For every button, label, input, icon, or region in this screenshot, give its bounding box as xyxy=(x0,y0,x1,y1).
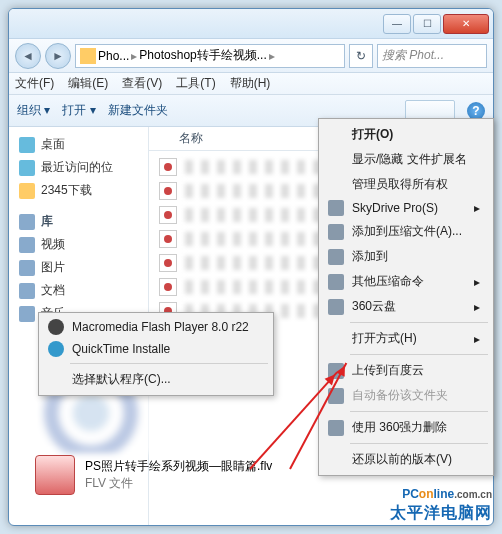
maximize-button[interactable]: ☐ xyxy=(413,14,441,34)
menu-edit[interactable]: 编辑(E) xyxy=(68,75,108,92)
open-button[interactable]: 打开 ▾ xyxy=(62,102,95,119)
cloud-icon xyxy=(328,299,344,315)
menu-tools[interactable]: 工具(T) xyxy=(176,75,215,92)
openwith-flash[interactable]: Macromedia Flash Player 8.0 r22 xyxy=(42,316,270,338)
ctx-admin-own[interactable]: 管理员取得所有权 xyxy=(322,172,490,197)
refresh-button[interactable]: ↻ xyxy=(349,44,373,68)
menu-view[interactable]: 查看(V) xyxy=(122,75,162,92)
navbar: ◄ ► Pho... ▸ Photoshop转手绘视频... ▸ ↻ 搜索 Ph… xyxy=(9,39,493,73)
filename-blurred xyxy=(185,280,325,294)
ctx-add-to[interactable]: 添加到 xyxy=(322,244,490,269)
breadcrumb[interactable]: Pho... ▸ Photoshop转手绘视频... ▸ xyxy=(75,44,345,68)
filename-blurred xyxy=(185,232,325,246)
archive-icon xyxy=(328,274,344,290)
flash-icon xyxy=(48,319,64,335)
library-icon xyxy=(19,214,35,230)
forward-button[interactable]: ► xyxy=(45,43,71,69)
folder-icon xyxy=(19,183,35,199)
ctx-restore-version[interactable]: 还原以前的版本(V) xyxy=(322,447,490,472)
sidebar-label: 库 xyxy=(41,213,53,230)
context-menu: 打开(O) 显示/隐藏 文件扩展名 管理员取得所有权 SkyDrive Pro(… xyxy=(318,118,494,476)
help-icon[interactable]: ? xyxy=(467,102,485,120)
sidebar-item-2345[interactable]: 2345下载 xyxy=(9,179,148,202)
filename-blurred xyxy=(185,256,325,270)
ctx-showhide-ext[interactable]: 显示/隐藏 文件扩展名 xyxy=(322,147,490,172)
video-icon xyxy=(19,237,35,253)
openwith-choose-default[interactable]: 选择默认程序(C)... xyxy=(42,367,270,392)
ctx-add-zip[interactable]: 添加到压缩文件(A)... xyxy=(322,219,490,244)
music-icon xyxy=(19,306,35,322)
sidebar-item-library[interactable]: 库 xyxy=(9,210,148,233)
delete-icon xyxy=(328,420,344,436)
sidebar-item-documents[interactable]: 文档 xyxy=(9,279,148,302)
skydrive-icon xyxy=(328,200,344,216)
openwith-quicktime[interactable]: QuickTime Installe xyxy=(42,338,270,360)
minimize-button[interactable]: — xyxy=(383,14,411,34)
quicktime-icon xyxy=(48,341,64,357)
organize-button[interactable]: 组织 ▾ xyxy=(17,102,50,119)
sidebar-label: 最近访问的位 xyxy=(41,159,113,176)
chevron-right-icon: ▸ xyxy=(131,49,137,63)
sidebar-item-pictures[interactable]: 图片 xyxy=(9,256,148,279)
flv-file-icon xyxy=(159,206,177,224)
menu-file[interactable]: 文件(F) xyxy=(15,75,54,92)
new-folder-button[interactable]: 新建文件夹 xyxy=(108,102,168,119)
separator xyxy=(350,322,488,323)
menu-help[interactable]: 帮助(H) xyxy=(230,75,271,92)
ctx-other-zip[interactable]: 其他压缩命令▸ xyxy=(322,269,490,294)
flv-file-icon xyxy=(159,278,177,296)
filename-blurred xyxy=(185,160,325,174)
sidebar-label: 2345下载 xyxy=(41,182,92,199)
ctx-360-delete[interactable]: 使用 360强力删除 xyxy=(322,415,490,440)
menubar: 文件(F) 编辑(E) 查看(V) 工具(T) 帮助(H) xyxy=(9,73,493,95)
archive-icon xyxy=(328,249,344,265)
sidebar-item-recent[interactable]: 最近访问的位 xyxy=(9,156,148,179)
sidebar-label: 文档 xyxy=(41,282,65,299)
folder-icon xyxy=(80,48,96,64)
filename-blurred xyxy=(185,208,325,222)
sidebar-item-desktop[interactable]: 桌面 xyxy=(9,133,148,156)
separator xyxy=(350,411,488,412)
breadcrumb-item[interactable]: Pho... xyxy=(98,49,129,63)
titlebar: — ☐ ✕ xyxy=(9,9,493,39)
filename-blurred xyxy=(185,184,325,198)
breadcrumb-item[interactable]: Photoshop转手绘视频... xyxy=(139,47,266,64)
close-button[interactable]: ✕ xyxy=(443,14,489,34)
sidebar-label: 视频 xyxy=(41,236,65,253)
pictures-icon xyxy=(19,260,35,276)
search-input[interactable]: 搜索 Phot... xyxy=(377,44,487,68)
selected-filename: PS照片转手绘系列视频—眼睛篇.flv xyxy=(85,458,272,475)
sidebar-label: 图片 xyxy=(41,259,65,276)
selected-filetype: FLV 文件 xyxy=(85,475,272,492)
chevron-right-icon: ▸ xyxy=(269,49,275,63)
flv-file-icon xyxy=(159,158,177,176)
ctx-open[interactable]: 打开(O) xyxy=(322,122,490,147)
separator xyxy=(70,363,268,364)
separator xyxy=(350,443,488,444)
sidebar-label: 桌面 xyxy=(41,136,65,153)
flv-file-icon xyxy=(159,254,177,272)
ctx-auto-backup: 自动备份该文件夹 xyxy=(322,383,490,408)
details-pane: PS照片转手绘系列视频—眼睛篇.flv FLV 文件 xyxy=(35,455,272,495)
archive-icon xyxy=(328,224,344,240)
desktop-icon xyxy=(19,137,35,153)
back-button[interactable]: ◄ xyxy=(15,43,41,69)
openwith-submenu: Macromedia Flash Player 8.0 r22 QuickTim… xyxy=(38,312,274,396)
separator xyxy=(350,354,488,355)
sidebar-item-video[interactable]: 视频 xyxy=(9,233,148,256)
documents-icon xyxy=(19,283,35,299)
flv-file-icon xyxy=(159,182,177,200)
ctx-skydrive[interactable]: SkyDrive Pro(S)▸ xyxy=(322,197,490,219)
ctx-open-with[interactable]: 打开方式(H)▸ xyxy=(322,326,490,351)
watermark: PConline.com.cn 太平洋电脑网 xyxy=(390,482,492,524)
ctx-360yun[interactable]: 360云盘▸ xyxy=(322,294,490,319)
recent-icon xyxy=(19,160,35,176)
flv-file-icon xyxy=(159,230,177,248)
flv-file-icon xyxy=(35,455,75,495)
